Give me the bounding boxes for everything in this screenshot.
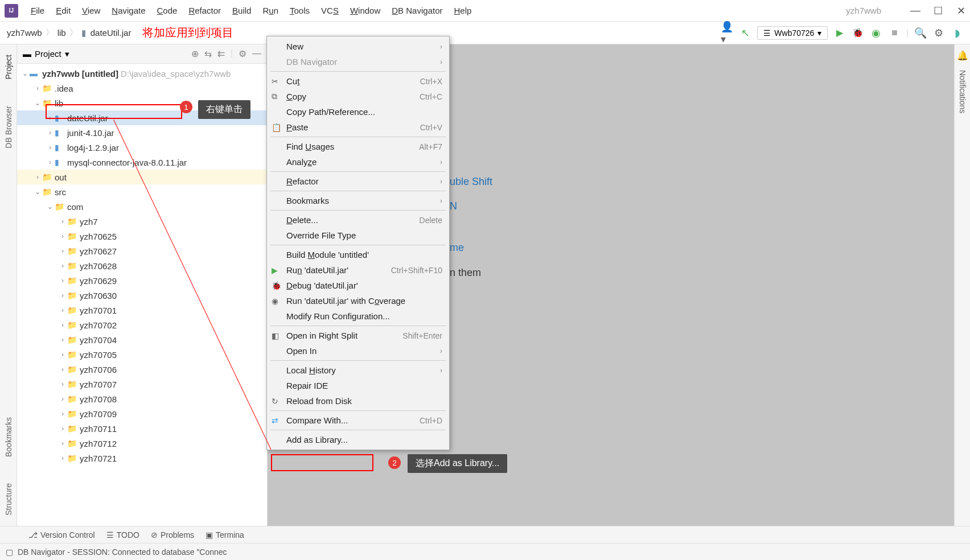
cm-open-in[interactable]: Open In› [267, 343, 449, 359]
tree-pkg[interactable]: ›📁yzh70628 [17, 258, 267, 273]
cm-cut[interactable]: ✂CutCtrl+X [267, 73, 449, 89]
cm-local-history[interactable]: Local History› [267, 363, 449, 378]
tree-out[interactable]: ›📁out [17, 170, 267, 184]
cm-delete[interactable]: Delete...Delete [267, 212, 449, 228]
run-button[interactable]: ▶ [833, 27, 846, 39]
menu-navigate[interactable]: Navigate [106, 3, 151, 18]
cm-add-library[interactable]: Add as Library... [267, 432, 449, 447]
tree-pkg[interactable]: ›📁yzh70711 [17, 421, 267, 436]
cm-debug[interactable]: 🐞Debug 'dateUtil.jar' [267, 278, 449, 293]
tree-pkg[interactable]: ›📁yzh70701 [17, 303, 267, 318]
coverage-button[interactable]: ◉ [870, 27, 882, 39]
tree-pkg[interactable]: ›📁yzh70712 [17, 436, 267, 451]
tree-com[interactable]: ⌄📁com [17, 199, 267, 214]
expand-icon[interactable]: ⇆ [204, 48, 212, 59]
tab-notifications[interactable]: Notifications [957, 65, 968, 118]
debug-button[interactable]: 🐞 [852, 27, 864, 39]
hide-icon[interactable]: — [252, 48, 261, 59]
breadcrumb-root[interactable]: yzh7wwb [7, 28, 42, 38]
menu-dbnavigator[interactable]: DB Navigator [386, 3, 448, 18]
tab-project[interactable]: Project [3, 50, 14, 84]
tree-junit-jar[interactable]: ›▮junit-4.10.jar [17, 125, 267, 140]
menu-code[interactable]: Code [151, 3, 183, 18]
menu-vcs[interactable]: VCS [315, 3, 344, 18]
target-icon[interactable]: ⊕ [191, 48, 199, 59]
tree-root[interactable]: ⌄▬ yzh7wwb [untitled] D:\java\idea_space… [17, 66, 267, 81]
cm-copy-path[interactable]: Copy Path/Reference... [267, 104, 449, 120]
tree-pkg[interactable]: ›📁yzh70625 [17, 229, 267, 244]
menu-file[interactable]: File [25, 3, 50, 18]
tree-pkg[interactable]: ›📁yzh70706 [17, 362, 267, 377]
cm-refactor[interactable]: Refactor› [267, 174, 449, 189]
tab-structure[interactable]: Structure [3, 479, 14, 520]
cm-copy[interactable]: ⧉CopyCtrl+C [267, 89, 449, 104]
cm-new[interactable]: New› [267, 39, 449, 54]
tab-bookmarks[interactable]: Bookmarks [3, 413, 14, 462]
hint-link[interactable]: uble Shift [450, 176, 492, 187]
status-icon[interactable]: ▢ [6, 547, 13, 557]
menu-run[interactable]: Run [257, 3, 284, 18]
user-icon[interactable]: 👤▾ [721, 27, 733, 39]
tree-pkg[interactable]: ›📁yzh70708 [17, 392, 267, 406]
bottom-problems[interactable]: ⊘Problems [151, 530, 194, 540]
bottom-version-control[interactable]: ⎇Version Control [28, 530, 95, 540]
tree-pkg[interactable]: ›📁yzh7 [17, 214, 267, 229]
hint-link[interactable]: me [450, 242, 464, 253]
terminal-icon: ▣ [205, 530, 213, 540]
settings-icon[interactable]: ⚙ [932, 27, 945, 39]
tree-pkg[interactable]: ›📁yzh70629 [17, 273, 267, 288]
menu-view[interactable]: View [76, 3, 106, 18]
cm-reload-disk[interactable]: ↻Reload from Disk [267, 393, 449, 409]
bell-icon[interactable]: 🔔 [957, 50, 968, 61]
breadcrumb-lib[interactable]: lib [57, 28, 66, 38]
tree-pkg[interactable]: ›📁yzh70705 [17, 347, 267, 362]
cm-bookmarks[interactable]: Bookmarks› [267, 193, 449, 208]
stop-button[interactable]: ■ [888, 27, 901, 39]
collapse-icon[interactable]: ⇇ [217, 48, 225, 59]
cm-repair-ide[interactable]: Repair IDE [267, 378, 449, 393]
menu-refactor[interactable]: Refactor [183, 3, 227, 18]
menu-edit[interactable]: Edit [50, 3, 76, 18]
tree-pkg[interactable]: ›📁yzh70630 [17, 288, 267, 303]
cm-find-usages[interactable]: Find UsagesAlt+F7 [267, 139, 449, 154]
tree-idea[interactable]: ›📁.idea [17, 81, 267, 96]
menu-tools[interactable]: Tools [284, 3, 315, 18]
minimize-button[interactable]: — [911, 6, 920, 15]
bottom-todo[interactable]: ☰TODO [106, 530, 139, 540]
menu-build[interactable]: Build [227, 3, 257, 18]
tree-pkg[interactable]: ›📁yzh70627 [17, 244, 267, 258]
dropdown-icon[interactable]: ▾ [65, 49, 69, 59]
close-button[interactable]: ✕ [956, 6, 965, 15]
bottom-terminal[interactable]: ▣Termina [205, 530, 244, 540]
tree-pkg[interactable]: ›📁yzh70707 [17, 377, 267, 392]
hint-link[interactable]: N [450, 200, 457, 212]
maximize-button[interactable]: ☐ [934, 6, 943, 15]
cm-override-filetype[interactable]: Override File Type [267, 228, 449, 243]
tree-log4j-jar[interactable]: ›▮log4j-1.2.9.jar [17, 140, 267, 155]
cm-dbnavigator[interactable]: DB Navigator› [267, 54, 449, 69]
hammer-icon[interactable]: ↖ [739, 27, 751, 39]
breadcrumb-file[interactable]: dateUtil.jar [91, 28, 131, 38]
cm-coverage[interactable]: ◉Run 'dateUtil.jar' with Coverage [267, 293, 449, 308]
ide-icon[interactable]: ◗ [951, 27, 963, 39]
cm-build-module[interactable]: Build Module 'untitled' [267, 247, 449, 262]
tree-pkg[interactable]: ›📁yzh70702 [17, 318, 267, 332]
tab-db-browser[interactable]: DB Browser [3, 101, 14, 153]
gear-icon[interactable]: ⚙ [239, 48, 246, 59]
tree-pkg[interactable]: ›📁yzh70704 [17, 332, 267, 347]
tree-pkg[interactable]: ›📁yzh70709 [17, 406, 267, 421]
tree-pkg[interactable]: ›📁yzh70721 [17, 451, 267, 466]
cm-open-right-split[interactable]: ◧Open in Right SplitShift+Enter [267, 328, 449, 343]
tree-src[interactable]: ⌄📁src [17, 184, 267, 199]
menu-help[interactable]: Help [448, 3, 477, 18]
cm-modify-run[interactable]: Modify Run Configuration... [267, 308, 449, 324]
tree-mysql-jar[interactable]: ›▮mysql-connector-java-8.0.11.jar [17, 155, 267, 170]
cm-analyze[interactable]: Analyze› [267, 154, 449, 170]
menu-window[interactable]: Window [344, 3, 386, 18]
run-config-selector[interactable]: ☰ Wwb70726 ▾ [757, 26, 828, 40]
cm-paste[interactable]: 📋PasteCtrl+V [267, 120, 449, 135]
tree-title[interactable]: Project [35, 49, 61, 59]
search-icon[interactable]: 🔍 [914, 27, 927, 39]
cm-run[interactable]: ▶Run 'dateUtil.jar'Ctrl+Shift+F10 [267, 262, 449, 278]
cm-compare-with[interactable]: ⇄Compare With...Ctrl+D [267, 413, 449, 428]
